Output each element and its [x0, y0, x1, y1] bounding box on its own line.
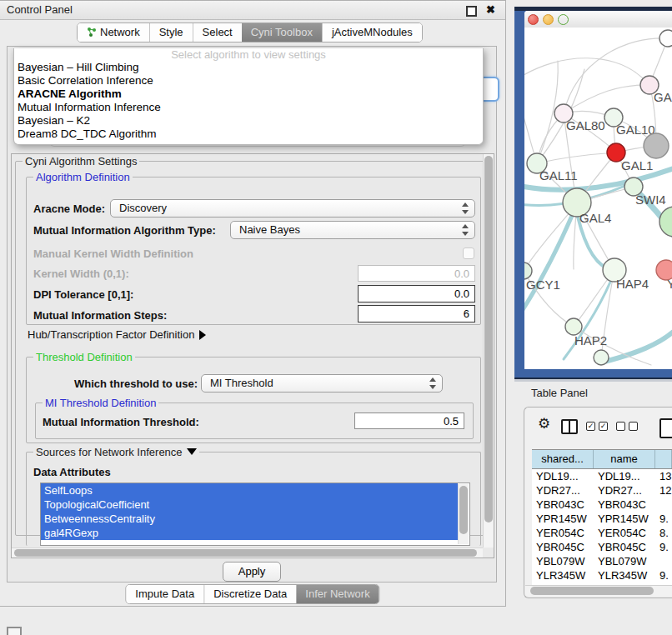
network-edge[interactable]: [564, 85, 649, 113]
tab-cyni-toolbox[interactable]: Cyni Toolbox: [242, 23, 322, 42]
uncheck-all-icon[interactable]: [616, 422, 638, 431]
table-cell[interactable]: YER054C: [594, 526, 655, 540]
kernel-width-field[interactable]: 0.0: [358, 265, 475, 282]
dropdown-item[interactable]: Bayesian – Hill Climbing: [14, 61, 483, 74]
table-row[interactable]: YDR27...YDR27...12: [532, 483, 672, 498]
list-item[interactable]: gal4RGexp: [41, 526, 458, 540]
which-threshold-combo[interactable]: MI Threshold: [201, 374, 443, 392]
tab-network[interactable]: Network: [78, 23, 149, 42]
gear-icon[interactable]: ⚙︎: [538, 417, 550, 431]
settings-vertical-scrollbar[interactable]: [483, 154, 494, 548]
list-item[interactable]: BetweennessCentrality: [41, 512, 458, 526]
table-cell[interactable]: YPR145W: [532, 512, 594, 526]
check-all-icon[interactable]: ✓✓: [586, 422, 608, 431]
node-big-right[interactable]: [659, 207, 672, 237]
node-bottom-partial[interactable]: [594, 350, 609, 365]
table-cell[interactable]: 12: [655, 483, 672, 498]
scrollbar-thumb[interactable]: [459, 486, 468, 534]
data-attributes-list[interactable]: SelfLoops TopologicalCoefficient Between…: [40, 482, 470, 546]
dropdown-item-selected[interactable]: ARACNE Algorithm: [14, 88, 483, 101]
stepper-icon: [429, 378, 437, 389]
table-cell[interactable]: YBL079W: [532, 554, 594, 568]
network-canvas[interactable]: GALGAL80GAL10GAL1GAL11SWI4GAL4GCY1HAP4YH…: [524, 28, 672, 369]
table-row[interactable]: YPR145WYPR145W9.: [532, 512, 672, 526]
tab-jactivemnodules[interactable]: jActiveMNodules: [322, 23, 422, 42]
table-cell[interactable]: 9.: [655, 568, 672, 582]
aracne-mode-combo[interactable]: Discovery: [110, 199, 475, 218]
network-view-window[interactable]: GALGAL80GAL10GAL1GAL11SWI4GAL4GCY1HAP4YH…: [514, 7, 672, 379]
table-cell[interactable]: YBL079W: [594, 554, 655, 568]
table-cell[interactable]: YLR345W: [532, 568, 594, 582]
table-cell[interactable]: 8.: [655, 526, 672, 540]
table-cell[interactable]: YBR043C: [532, 498, 594, 512]
table-row[interactable]: YDL19...YDL19...13: [532, 469, 672, 483]
dropdown-item[interactable]: Dream8 DC_TDC Algorithm: [14, 128, 483, 141]
table-cell[interactable]: YDL19...: [594, 469, 655, 483]
table-cell[interactable]: YBR045C: [594, 540, 655, 554]
table-cell[interactable]: YBR045C: [532, 540, 594, 554]
sources-title[interactable]: Sources for Network Inference: [36, 446, 183, 458]
dropdown-item[interactable]: Bayesian – K2: [14, 114, 483, 128]
node-hap2[interactable]: [565, 318, 582, 335]
table-cell[interactable]: YDR27...: [594, 483, 655, 498]
column-header[interactable]: shared...: [532, 450, 594, 468]
file-icon[interactable]: [659, 418, 672, 438]
table-row[interactable]: YER054CYER054C8.: [532, 526, 672, 540]
split-columns-icon[interactable]: [561, 419, 578, 434]
table-row[interactable]: YBR045CYBR045C9.: [532, 540, 672, 554]
table-cell[interactable]: YBR043C: [594, 498, 655, 512]
table-cell[interactable]: YPR145W: [594, 512, 655, 526]
network-edge[interactable]: [524, 204, 577, 315]
scrollbar-thumb[interactable]: [14, 549, 477, 557]
control-panel-titlebar[interactable]: Control Panel ✖: [0, 1, 505, 20]
table-horizontal-scrollbar[interactable]: [525, 585, 672, 596]
scrollbar-thumb[interactable]: [484, 156, 493, 522]
network-edge[interactable]: [601, 328, 672, 362]
table-row[interactable]: YBR043CYBR043C: [532, 498, 672, 512]
close-traffic-light-icon[interactable]: [528, 14, 539, 25]
table-cell[interactable]: YDL19...: [532, 469, 594, 483]
tab-style[interactable]: Style: [149, 23, 193, 42]
node-gray[interactable]: [644, 133, 669, 158]
close-icon[interactable]: ✖: [486, 3, 495, 16]
dropdown-item[interactable]: Mutual Information Inference: [14, 101, 483, 114]
node-gcy1[interactable]: [524, 262, 532, 279]
mi-algorithm-type-combo[interactable]: Naive Bayes: [230, 221, 475, 239]
dpi-tolerance-field[interactable]: 0.0: [358, 285, 475, 302]
table-cell[interactable]: [655, 498, 672, 512]
tab-infer-network[interactable]: Infer Network: [296, 585, 379, 603]
table-cell[interactable]: 13: [655, 469, 672, 483]
table-cell[interactable]: YDR27...: [532, 483, 594, 498]
dropdown-item[interactable]: Basic Correlation Inference: [14, 74, 483, 88]
minimize-traffic-light-icon[interactable]: [543, 14, 554, 25]
tab-discretize-data[interactable]: Discretize Data: [203, 585, 296, 603]
table-row[interactable]: YLR345WYLR345W9.: [532, 568, 672, 582]
network-edge[interactable]: [537, 152, 616, 163]
node-top-partial[interactable]: [659, 30, 672, 47]
table-cell[interactable]: [655, 554, 672, 568]
column-header[interactable]: name: [594, 450, 655, 468]
settings-horizontal-scrollbar[interactable]: [12, 548, 483, 558]
list-item[interactable]: SelfLoops: [41, 483, 458, 498]
table-cell[interactable]: YLR345W: [594, 568, 655, 582]
tab-select[interactable]: Select: [193, 23, 242, 42]
docked-panel-icon[interactable]: [7, 627, 22, 635]
table-cell[interactable]: 9.: [655, 540, 672, 554]
manual-kernel-checkbox[interactable]: [463, 248, 474, 259]
float-window-icon[interactable]: [466, 6, 477, 17]
column-header[interactable]: [655, 450, 672, 468]
apply-button[interactable]: Apply: [223, 562, 281, 582]
hub-definition-toggle[interactable]: Hub/Transcription Factor Definition: [28, 328, 206, 341]
list-item[interactable]: TopologicalCoefficient: [41, 498, 458, 512]
zoom-traffic-light-icon[interactable]: [558, 14, 569, 25]
table-row[interactable]: YBL079WYBL079W: [532, 554, 672, 568]
scrollbar-thumb[interactable]: [530, 587, 654, 595]
mi-threshold-field[interactable]: 0.5: [354, 412, 464, 429]
table-cell[interactable]: YER054C: [532, 526, 594, 540]
list-vertical-scrollbar[interactable]: [458, 484, 469, 544]
table-cell[interactable]: 9.: [655, 512, 672, 526]
mi-steps-field[interactable]: 6: [358, 305, 475, 322]
tab-impute-data[interactable]: Impute Data: [126, 585, 203, 603]
network-edge[interactable]: [524, 58, 649, 85]
network-window-titlebar[interactable]: [524, 11, 672, 28]
